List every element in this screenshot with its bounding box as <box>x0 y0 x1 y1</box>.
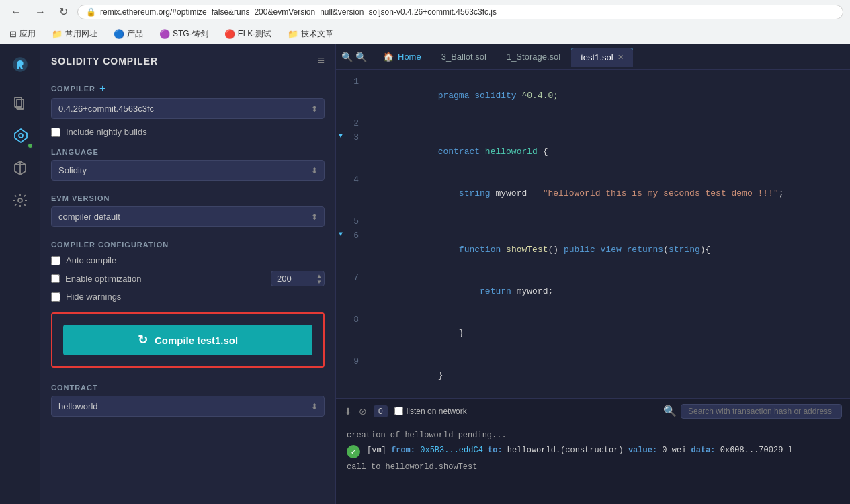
line-num-4: 4 <box>336 173 370 187</box>
code-editor[interactable]: 1 pragma solidity ^0.4.0; 2 ▼ 3 contract <box>336 70 850 398</box>
settings-icon <box>12 192 28 208</box>
line-num-8: 8 <box>336 313 370 327</box>
zoom-icons: 🔍 🔍 <box>341 52 367 62</box>
compile-refresh-icon: ↻ <box>138 333 148 347</box>
line-content-7: return myword; <box>370 271 850 312</box>
auto-compile-checkbox[interactable] <box>51 256 60 265</box>
nightly-builds-checkbox[interactable] <box>51 128 60 137</box>
enable-optimization-row: Enable optimization ▲ ▼ <box>40 268 335 289</box>
icon-sidebar <box>0 44 40 504</box>
console-line-1: creation of helloworld pending... <box>347 431 839 440</box>
svg-point-5 <box>18 198 22 202</box>
line-content-3: contract helloworld { <box>370 131 850 173</box>
product-icon: 🔵 <box>114 29 124 39</box>
code-line-8: 8 } <box>336 313 850 355</box>
tab-ballot[interactable]: 3_Ballot.sol <box>432 48 496 66</box>
tab-storage[interactable]: 1_Storage.sol <box>497 48 570 66</box>
code-line-9: 9 } <box>336 355 850 396</box>
console-expand-icon[interactable]: ⬇ <box>344 406 352 417</box>
bookmark-tech[interactable]: 📁 技术文章 <box>284 27 337 41</box>
tab-home-label: Home <box>398 52 421 62</box>
address-bar[interactable]: 🔒 remix.ethereum.org/#optimize=false&run… <box>77 5 843 19</box>
bookmark-apps[interactable]: ⊞ 应用 <box>5 27 40 41</box>
nightly-builds-row: Include nightly builds <box>40 124 335 140</box>
console-block-icon[interactable]: ⊘ <box>359 406 367 417</box>
stg-icon: 🟣 <box>159 29 170 39</box>
success-icon: ✓ <box>347 445 360 458</box>
zoom-out-icon[interactable]: 🔍 <box>341 52 353 62</box>
sidebar-item-deploy[interactable] <box>5 153 35 183</box>
tab-test1[interactable]: test1.sol ✕ <box>571 48 632 67</box>
bookmark-product[interactable]: 🔵 产品 <box>110 27 147 41</box>
browser-bar: ← → ↻ 🔒 remix.ethereum.org/#optimize=fal… <box>0 0 850 24</box>
tab-test1-close-icon[interactable]: ✕ <box>618 53 624 62</box>
tab-ballot-label: 3_Ballot.sol <box>441 52 486 62</box>
svg-point-4 <box>19 134 23 138</box>
forward-button[interactable]: → <box>31 5 50 19</box>
contract-select[interactable]: helloworld <box>51 396 325 417</box>
language-section-label: LANGUAGE <box>40 140 335 160</box>
search-icon[interactable]: 🔍 <box>663 405 677 417</box>
panel-title: SOLIDITY COMPILER <box>51 56 158 67</box>
console-search-input[interactable] <box>681 404 842 419</box>
bookmark-common-label: 常用网址 <box>65 28 97 40</box>
bookmark-apps-label: 应用 <box>19 28 36 40</box>
console-area: ⬇ ⊘ 0 listen on network 🔍 creation of he… <box>336 398 850 504</box>
compiler-version-wrapper: 0.4.26+commit.4563c3fc ⬍ <box>51 98 325 119</box>
url-text: remix.ethereum.org/#optimize=false&runs=… <box>100 7 497 17</box>
sidebar-item-settings[interactable] <box>5 185 35 215</box>
hide-warnings-label: Hide warnings <box>66 292 121 302</box>
code-area: 1 pragma solidity ^0.4.0; 2 ▼ 3 contract <box>336 70 850 504</box>
panel-menu-icon[interactable]: ≡ <box>317 54 325 68</box>
folder-icon-1: 📁 <box>52 29 62 39</box>
compile-button[interactable]: ↻ Compile test1.sol <box>63 325 312 355</box>
line-num-9: 9 <box>336 355 370 369</box>
elk-icon: 🔴 <box>224 29 235 39</box>
opt-up-icon[interactable]: ▲ <box>316 273 322 278</box>
code-line-3: ▼ 3 contract helloworld { <box>336 131 850 173</box>
main-layout: SOLIDITY COMPILER ≡ COMPILER + 0.4.26+co… <box>0 44 850 504</box>
language-select[interactable]: Solidity <box>51 160 325 181</box>
bookmark-elk[interactable]: 🔴 ELK-测试 <box>220 27 276 41</box>
apps-icon: ⊞ <box>9 29 17 39</box>
code-line-1: 1 pragma solidity ^0.4.0; <box>336 75 850 117</box>
auto-compile-label: Auto compile <box>66 255 116 265</box>
listen-network-label[interactable]: listen on network <box>394 407 467 416</box>
sidebar-item-remix[interactable] <box>5 50 35 79</box>
evm-version-select[interactable]: compiler default <box>51 206 325 227</box>
console-line-3: call to helloworld.showTest <box>347 462 839 472</box>
sidebar-item-files[interactable] <box>5 89 35 118</box>
sidebar-item-compiler[interactable] <box>5 121 35 151</box>
files-icon <box>12 95 28 112</box>
opt-arrows: ▲ ▼ <box>316 273 322 284</box>
enable-optimization-checkbox[interactable] <box>51 274 60 283</box>
tab-home[interactable]: 🏠 Home <box>374 48 431 66</box>
fold-arrow-6[interactable]: ▼ <box>339 229 343 240</box>
console-count[interactable]: 0 <box>374 405 388 417</box>
fold-arrow-3[interactable]: ▼ <box>339 131 343 142</box>
line-num-5: 5 <box>336 215 370 229</box>
console-success-line: ✓ [vm] from: 0x5B3...eddC4 to: helloworl… <box>347 444 839 458</box>
bookmark-product-label: 产品 <box>127 28 143 40</box>
tech-icon: 📁 <box>288 29 298 39</box>
line-num-6: ▼ 6 <box>336 229 370 243</box>
line-content-9: } <box>370 355 850 396</box>
hide-warnings-checkbox[interactable] <box>51 292 60 302</box>
bookmark-elk-label: ELK-测试 <box>238 28 272 40</box>
bookmark-common[interactable]: 📁 常用网址 <box>48 27 101 41</box>
lock-icon: 🔒 <box>86 7 96 17</box>
compiler-panel: SOLIDITY COMPILER ≡ COMPILER + 0.4.26+co… <box>40 44 336 504</box>
compiler-plus-button[interactable]: + <box>99 83 105 94</box>
back-button[interactable]: ← <box>7 5 26 19</box>
console-output: creation of helloworld pending... ✓ [vm]… <box>336 423 850 504</box>
compile-btn-label: Compile test1.sol <box>155 335 238 346</box>
opt-number-wrapper: ▲ ▼ <box>271 271 325 286</box>
compiler-version-select[interactable]: 0.4.26+commit.4563c3fc <box>51 98 325 119</box>
listen-network-checkbox[interactable] <box>394 407 403 415</box>
refresh-button[interactable]: ↻ <box>55 4 72 19</box>
opt-down-icon[interactable]: ▼ <box>316 279 322 284</box>
contract-wrapper: helloworld ⬍ <box>51 396 325 417</box>
bookmark-stg[interactable]: 🟣 STG-铸剑 <box>155 27 212 41</box>
zoom-in-icon[interactable]: 🔍 <box>355 52 367 62</box>
editor-area: 🔍 🔍 🏠 Home 3_Ballot.sol 1_Storage.sol te… <box>336 44 850 504</box>
